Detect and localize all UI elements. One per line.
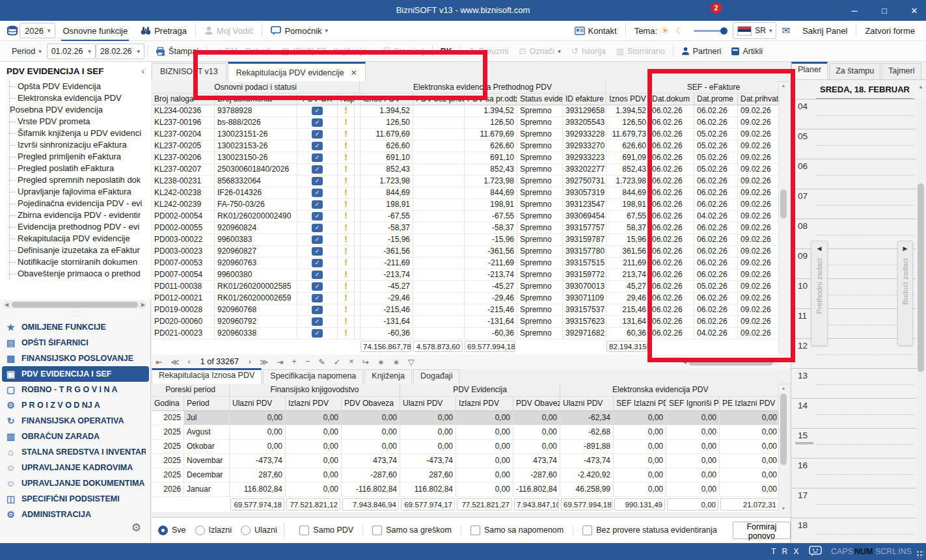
tree-item[interactable]: Evidencija prethodnog PDV - evi [10,221,151,233]
language-select[interactable]: SR▾ [733,22,776,39]
minimize-button[interactable]: ─ [848,6,861,16]
tree-item[interactable]: Notifikacije storniranih dokumen [10,256,151,268]
sidebar-splitter[interactable]: ········ [0,310,151,318]
table-row[interactable]: KL242-00239FA-750-03/26✓!198,91198,91Spr… [152,199,779,211]
radio-sve[interactable]: Sve [158,526,186,535]
grid-column-header[interactable]: ID efakture [563,94,606,105]
scroll-up-icon[interactable]: ▲ [779,83,788,88]
reverse-button[interactable]: ☒Storniraj [383,46,424,56]
grid-column-header[interactable]: Broj naloga [152,94,215,105]
grid-column-header[interactable]: Broj dokumenta [215,94,297,105]
settings-gear-icon[interactable]: ⚙ [131,521,141,535]
table-row[interactable]: PD002-00055920960824✓!-58,37-58,37Spremn… [152,222,779,234]
feedback-smiley-icon[interactable] [809,546,822,557]
articles-button[interactable]: Artikli [731,47,763,56]
tab-rekapitulacija-iznosa[interactable]: Rekapitulacija Iznosa PDV [152,368,262,384]
tree-item[interactable]: Pregled poslatih eFaktura [10,163,151,174]
tree-item[interactable]: Opšta PDV Evidencija [10,81,151,92]
mail-icon[interactable]: ✉ [782,25,790,36]
grid-column-header[interactable]: Dat.prome [694,94,738,105]
table-row[interactable]: KL237-00207250300601840/2026✓!852,43852,… [152,164,779,176]
scroll-up-icon[interactable]: ▲ [779,386,788,390]
bookmark-button[interactable]: ∗ [377,357,384,367]
tab-knjizenja[interactable]: Knjiženja [364,369,412,384]
summary-column-header[interactable]: SEF Izlazni PDV [614,397,666,411]
summary-row[interactable]: 2025Novembar-473,740,00473,74-473,740,00… [152,454,780,468]
delete-record-button[interactable]: − [305,357,310,366]
checkbox-bez-provere-statusa-evidentiranja[interactable]: Bez provere statusa evidentiranja [573,526,726,535]
tree-item[interactable]: Šifarnik knjiženja u PDV evidenci [10,127,151,139]
grid-column-header[interactable]: PDV OK [297,94,338,105]
planner-hour-slot[interactable]: 18 [791,518,916,543]
table-row[interactable]: PD012-00021RK01/260200002659✓!-29,46-29,… [152,293,779,304]
table-row[interactable]: PD007-00053920960763✓!-211,69-211,69Spre… [152,258,779,269]
menu-pomocnik[interactable]: Pomoćnik▾ [271,21,328,40]
table-row[interactable]: PD019-00028920960768✓!-215,46-215,46Spre… [152,304,779,316]
resize-grip[interactable] [916,550,924,558]
close-button[interactable]: ✕ [908,6,921,16]
summary-row[interactable]: 2025Jul0,000,000,000,000,000,00-62,340,0… [152,411,780,425]
tree-item[interactable]: Upravljanje fajlovima eFaktura [10,186,151,198]
bk-button[interactable]: BK [441,47,452,56]
planner-scrollbar[interactable] [917,99,925,543]
mark-button[interactable]: ⊡Označi▾ [519,46,561,56]
close-forms-button[interactable]: Zatvori forme [865,21,915,40]
next-page-button[interactable]: ≫ [260,357,268,367]
sun-icon[interactable]: ☀ [661,25,670,36]
summary-grid-scrollbar[interactable]: ▲ ▼ [778,384,788,512]
planner-hour-slot[interactable]: 04 [791,99,916,129]
scroll-down-icon[interactable]: ▼ [779,506,788,511]
tree-item[interactable]: Elektronska evidencija PDV [10,92,151,104]
partners-button[interactable]: Partneri [681,47,722,56]
formiraj-ponovo-button[interactable]: Formiraj ponovo [733,522,791,539]
prev-record-button[interactable]: ‹ [188,357,191,366]
grid-column-header[interactable]: Iznos PDV [361,94,413,105]
grid-column-header[interactable]: Nap [338,94,355,105]
summary-column-header[interactable]: Ulazni PDV [230,397,286,411]
scroll-right-icon[interactable]: ▶ [139,302,147,308]
tree-item[interactable]: Pregled primljenih eFaktura [10,151,151,163]
tree-item[interactable]: ❯Posebna PDV evidencija [10,104,151,116]
sidebar-item-robno-t-r-g-o-v-i-n-a[interactable]: ▢ROBNO - T R G O V I N A [0,382,151,397]
radio-ulazni[interactable]: Ulazni [241,526,277,535]
table-row[interactable]: KL238-002318568332064✓!1.723,981.723,98S… [152,176,779,187]
sidebar-item-pdv-evidencija-i-sef[interactable]: ▣PDV EVIDENCIJA I SEF [2,366,149,382]
checkbox-samo-pdv[interactable]: Samo PDV [290,526,362,535]
sidebar-item-finansijska-operativa[interactable]: ↻FINANSIJSKA OPERATIVA [0,413,151,429]
tab-tajmeri[interactable]: Tajmeri [882,63,921,79]
table-row[interactable]: PD002-00054RK01/260200002490✓!-67,55-67,… [152,211,779,222]
menu-moj-vodic[interactable]: Moj Vodič [204,21,253,40]
sidebar-item-stalna-sredstva-i-inventar[interactable]: ⌂STALNA SREDSTVA I INVENTAR [0,444,151,460]
summary-column-header[interactable]: Ulazni PDV [400,397,456,411]
hide-panel-button[interactable]: Sakrij Panel [802,21,847,40]
table-row[interactable]: PD011-00038RK01/260200002585✓!-45,27-45,… [152,281,779,293]
sidebar-item-administracija[interactable]: ⚙ADMINISTRACIJA [0,507,151,522]
collapse-panel-icon[interactable]: ‹ [142,66,145,76]
maximize-button[interactable]: □ [878,6,891,16]
checkbox-samo-sa-gre-kom[interactable]: Samo sa greškom [362,526,461,535]
planner-hour-slot[interactable]: 06 [791,159,916,189]
refresh-button[interactable]: ↪ [362,357,369,367]
pdv-records-grid[interactable]: Osnovni podaci i statusiElektronska evid… [152,81,779,354]
history-button[interactable]: ↺Istorija [571,46,606,56]
table-row[interactable]: PD020-00060920960792✓!-131,64-131,64Spre… [152,316,779,328]
tree-item[interactable]: Rekapitulacija PDV evidencije [10,233,151,245]
previous-tasks-flyout[interactable]: ◀ Prethodni zadaci [811,241,828,346]
scrollbar-thumb[interactable] [918,183,924,372]
pdv-summary-grid[interactable]: Poreski periodFinansijsko knjigovodstvoP… [152,384,780,512]
tab-specifikacija-napomena[interactable]: Specifikacija napomena [263,369,363,384]
tab-dogadjaji[interactable]: Događaji [413,369,459,384]
download-button[interactable]: ↧Preuzmi [469,46,509,56]
table-row[interactable]: KL234-0023693788928✓!1.394,521.394,52Spr… [152,105,779,117]
table-row[interactable]: PD003-00023920960827✓!-361,56-361,56Spre… [152,246,779,258]
planner-hour-slot[interactable]: 07 [791,189,916,219]
tree-item[interactable]: Zbirna evidencija PDV - evidentir [10,209,151,221]
grid-column-header[interactable]: Status evide [517,94,563,105]
tab-planer[interactable]: Planer [791,62,828,79]
planner-hour-slot[interactable]: 05 [791,129,916,159]
summary-row[interactable]: 2025Otkobar0,000,000,000,000,000,00-891,… [152,440,780,454]
grid-column-header[interactable] [355,94,361,105]
sidebar-item-op-ti-ifarnici[interactable]: ▤OPŠTI ŠIFARNICI [0,335,151,351]
summary-row[interactable]: 2025Decembar287,600,00-287,60287,600,00-… [152,468,780,483]
sidebar-item-finansijsko-poslovanje[interactable]: ▦FINANSIJSKO POSLOVANJE [0,351,151,366]
